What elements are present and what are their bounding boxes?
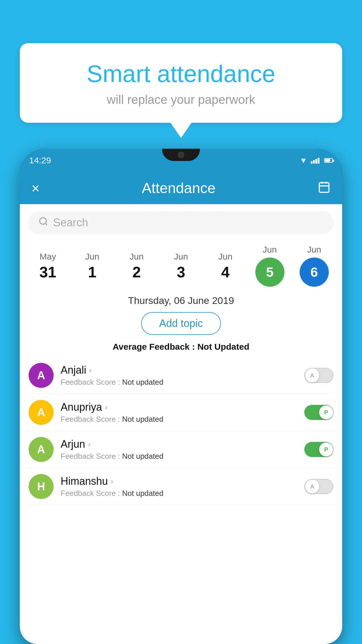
chevron-icon: ›	[88, 440, 91, 449]
signal-bars-icon	[311, 157, 319, 164]
avg-feedback-label: Average Feedback :	[113, 342, 195, 351]
avatar-arjun: A	[29, 437, 54, 462]
date-number: 1	[88, 265, 96, 280]
calendar-icon[interactable]	[318, 181, 331, 196]
student-info-himanshu: Himanshu › Feedback Score : Not updated	[61, 475, 297, 498]
date-circle-green: 5	[255, 258, 284, 287]
app-title: Attendance	[142, 180, 216, 197]
date-item-jun2[interactable]: Jun 2	[121, 252, 153, 280]
student-feedback-anjali: Feedback Score : Not updated	[61, 378, 297, 387]
selected-date-label: Thursday, 06 June 2019	[20, 290, 342, 309]
avatar-himanshu: H	[29, 474, 54, 499]
search-bar[interactable]: Search	[28, 211, 334, 234]
date-number: 4	[221, 265, 230, 280]
avg-feedback: Average Feedback : Not Updated	[20, 340, 342, 357]
student-info-arjun: Arjun › Feedback Score : Not updated	[61, 438, 297, 461]
status-bar: 14:29 ▼	[20, 149, 342, 172]
avg-feedback-value: Not Updated	[197, 342, 249, 351]
date-number: 2	[132, 265, 141, 280]
avatar-anjali: A	[29, 363, 54, 388]
date-month: Jun	[218, 252, 232, 262]
speech-bubble-wrapper: Smart attendance will replace your paper…	[20, 43, 342, 123]
status-time: 14:29	[29, 155, 51, 165]
student-name-himanshu: Himanshu ›	[61, 475, 297, 487]
date-month: May	[40, 252, 56, 262]
date-number: 3	[177, 265, 185, 280]
phone-device: 14:29 ▼ ×	[20, 149, 342, 644]
svg-point-4	[40, 218, 46, 224]
toggle-knob: A	[305, 480, 319, 494]
student-item-arjun[interactable]: A Arjun › Feedback Score : Not updated P	[26, 431, 336, 468]
date-strip: May 31 Jun 1 Jun 2 Jun 3 Jun 4	[20, 239, 342, 290]
date-circle-blue: 6	[300, 258, 329, 287]
date-item-jun4[interactable]: Jun 4	[209, 252, 241, 280]
student-name-anjali: Anjali ›	[61, 364, 297, 376]
attendance-toggle-himanshu[interactable]: A	[304, 479, 333, 494]
avatar-anupriya: A	[29, 400, 54, 425]
attendance-toggle-anupriya[interactable]: P	[304, 405, 333, 420]
chevron-icon: ›	[111, 477, 113, 486]
date-item-jun1[interactable]: Jun 1	[76, 252, 108, 280]
status-icons: ▼	[300, 156, 333, 165]
app-header: × Attendance	[20, 172, 342, 204]
date-item-jun3[interactable]: Jun 3	[165, 252, 197, 280]
date-item-jun5[interactable]: Jun 5	[254, 245, 286, 287]
student-info-anupriya: Anupriya › Feedback Score : Not updated	[61, 401, 297, 424]
student-feedback-anupriya: Feedback Score : Not updated	[61, 415, 297, 424]
svg-rect-0	[319, 183, 329, 192]
date-month: Jun	[85, 252, 99, 262]
student-item-himanshu[interactable]: H Himanshu › Feedback Score : Not update…	[26, 468, 336, 505]
bubble-title: Smart attendance	[37, 61, 325, 87]
notch-camera	[178, 152, 184, 158]
bubble-subtitle: will replace your paperwork	[37, 93, 325, 107]
close-button[interactable]: ×	[31, 180, 40, 196]
student-item-anupriya[interactable]: A Anupriya › Feedback Score : Not update…	[26, 394, 336, 431]
add-topic-button[interactable]: Add topic	[141, 312, 221, 335]
date-item-jun6[interactable]: Jun 6	[298, 245, 330, 287]
date-item-may31[interactable]: May 31	[32, 252, 64, 280]
search-placeholder: Search	[53, 216, 88, 229]
notch	[162, 149, 200, 161]
student-feedback-himanshu: Feedback Score : Not updated	[61, 489, 297, 498]
date-number: 6	[310, 265, 318, 279]
date-number: 5	[266, 265, 274, 279]
svg-line-5	[45, 223, 47, 225]
student-info-anjali: Anjali › Feedback Score : Not updated	[61, 364, 297, 387]
chevron-icon: ›	[105, 403, 108, 412]
toggle-knob: A	[305, 368, 319, 382]
attendance-toggle-anjali[interactable]: A	[304, 368, 333, 383]
date-month: Jun	[130, 252, 144, 262]
date-month: Jun	[307, 245, 321, 255]
student-name-anupriya: Anupriya ›	[61, 401, 297, 413]
phone-wrapper: 14:29 ▼ ×	[20, 149, 342, 644]
attendance-toggle-arjun[interactable]: P	[304, 442, 333, 457]
wifi-icon: ▼	[300, 156, 307, 165]
student-item-anjali[interactable]: A Anjali › Feedback Score : Not updated …	[26, 357, 336, 394]
search-icon	[38, 216, 48, 229]
date-number: 31	[39, 265, 56, 280]
student-feedback-arjun: Feedback Score : Not updated	[61, 452, 297, 461]
date-month: Jun	[174, 252, 188, 262]
chevron-icon: ›	[89, 366, 92, 375]
student-name-arjun: Arjun ›	[61, 438, 297, 450]
speech-bubble: Smart attendance will replace your paper…	[20, 43, 342, 123]
battery-icon	[324, 158, 333, 163]
toggle-knob: P	[319, 442, 333, 456]
toggle-knob: P	[319, 405, 333, 419]
date-month: Jun	[263, 245, 277, 255]
phone-content: Search May 31 Jun 1 Jun 2 Jun 3	[20, 204, 342, 644]
student-list: A Anjali › Feedback Score : Not updated …	[20, 357, 342, 505]
